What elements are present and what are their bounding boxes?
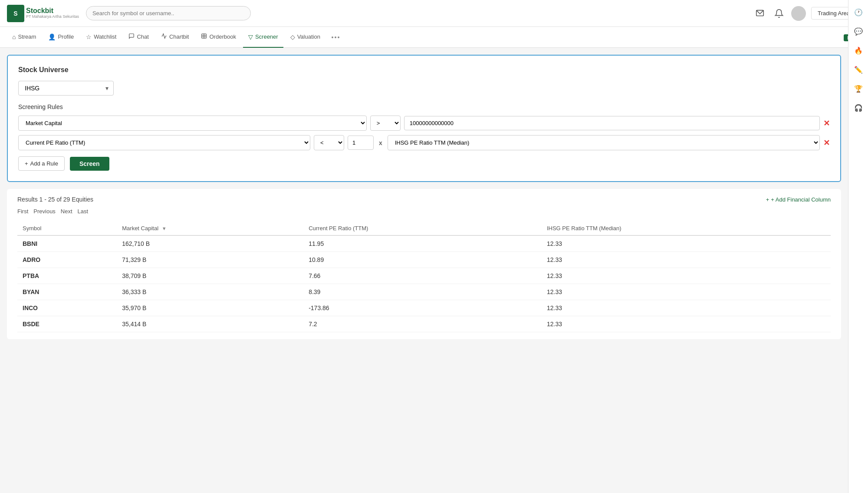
cell-symbol: BSDE <box>17 316 117 332</box>
rule1-operator-select[interactable]: > < = <box>370 116 401 131</box>
rule1-metric-select[interactable]: Market Capital Revenue Net Income <box>18 116 367 131</box>
cell-symbol: PTBA <box>17 268 117 284</box>
add-column-plus-icon: + <box>766 196 769 203</box>
nav-item-chat[interactable]: Chat <box>123 27 154 48</box>
logo: S Stockbit PT Mahakarya Artha Sekuritas <box>7 5 79 22</box>
rule-row-2: Current PE Ratio (TTM) Price to Book Div… <box>18 135 830 150</box>
cell-ihsg-pe: 12.33 <box>542 300 831 316</box>
trading-area-label: Trading Area <box>818 10 850 17</box>
panel-title: Stock Universe <box>18 66 830 74</box>
nav-item-profile[interactable]: 👤 Profile <box>43 27 79 48</box>
cell-pe-ratio: -173.86 <box>303 300 542 316</box>
sidebar-chat-icon[interactable]: 💬 <box>851 23 866 39</box>
nav-dot1 <box>332 36 333 38</box>
col-pe-ratio: Current PE Ratio (TTM) <box>303 222 542 235</box>
nav-valuation-label: Valuation <box>297 33 320 40</box>
nav-stream-label: Stream <box>18 33 36 40</box>
nav-more[interactable] <box>327 36 344 38</box>
nav-item-orderbook[interactable]: Orderbook <box>196 27 241 48</box>
screening-rules-label: Screening Rules <box>18 103 830 110</box>
rule2-reference-select[interactable]: IHSG PE Ratio TTM (Median) IHSG PE Ratio… <box>388 135 820 150</box>
valuation-icon: ◇ <box>290 33 295 40</box>
results-header: Results 1 - 25 of 29 Equities + + Add Fi… <box>17 196 831 203</box>
results-table: Symbol Market Capital ▼ Current PE Ratio… <box>17 222 831 332</box>
nav-item-stream[interactable]: ⌂ Stream <box>7 27 41 48</box>
cell-pe-ratio: 7.66 <box>303 268 542 284</box>
table-row: INCO 35,970 B -173.86 12.33 <box>17 300 831 316</box>
nav-chat-label: Chat <box>137 33 148 40</box>
results-count: Results 1 - 25 of 29 Equities <box>17 196 93 203</box>
pagination-first[interactable]: First <box>17 208 28 215</box>
nav-dot3 <box>338 36 339 38</box>
cell-pe-ratio: 11.95 <box>303 235 542 252</box>
header-right: Trading Area ▾ <box>753 6 861 21</box>
rule2-operator-select[interactable]: < > = <box>314 135 344 150</box>
cell-ihsg-pe: 12.33 <box>542 316 831 332</box>
pagination-previous[interactable]: Previous <box>33 208 56 215</box>
table-row: ADRO 71,329 B 10.89 12.33 <box>17 252 831 268</box>
nav-item-screener[interactable]: ▽ Screener <box>243 27 283 48</box>
add-rule-plus-icon: + <box>25 160 28 167</box>
orderbook-icon <box>201 33 207 40</box>
nav-item-valuation[interactable]: ◇ Valuation <box>285 27 326 48</box>
universe-select-wrapper[interactable]: IHSG LQ45 IDX30 Kompas100 <box>18 81 114 96</box>
rule1-remove-button[interactable]: ✕ <box>823 119 830 128</box>
sidebar-clock-icon[interactable]: 🕐 <box>851 4 866 20</box>
add-rule-button[interactable]: + Add a Rule <box>18 156 65 171</box>
cell-symbol: BYAN <box>17 284 117 300</box>
messages-icon[interactable] <box>753 7 767 20</box>
stream-icon: ⌂ <box>12 33 16 40</box>
add-column-label: + Add Financial Column <box>771 196 831 203</box>
watchlist-icon: ☆ <box>86 33 92 40</box>
rule2-multiplier-input[interactable] <box>348 136 374 150</box>
screener-icon: ▽ <box>248 33 253 40</box>
cell-market-cap: 36,333 B <box>117 284 303 300</box>
cell-market-cap: 71,329 B <box>117 252 303 268</box>
logo-icon: S <box>7 5 24 22</box>
notifications-icon[interactable] <box>772 7 786 20</box>
avatar[interactable] <box>791 6 806 21</box>
nav-profile-label: Profile <box>58 33 74 40</box>
pagination-next[interactable]: Next <box>61 208 72 215</box>
col-market-cap[interactable]: Market Capital ▼ <box>117 222 303 235</box>
multiplier-x-sign: x <box>377 139 384 146</box>
logo-text: Stockbit PT Mahakarya Artha Sekuritas <box>26 7 79 19</box>
actions-row: + Add a Rule Screen <box>18 156 830 171</box>
nav-watchlist-label: Watchlist <box>94 33 116 40</box>
add-column-button[interactable]: + + Add Financial Column <box>766 196 831 203</box>
nav-dot2 <box>335 36 336 38</box>
table-row: BSDE 35,414 B 7.2 12.33 <box>17 316 831 332</box>
rule2-remove-button[interactable]: ✕ <box>823 138 830 148</box>
screen-button[interactable]: Screen <box>70 157 109 171</box>
search-bar[interactable] <box>86 6 251 20</box>
add-rule-label: Add a Rule <box>30 160 58 167</box>
search-input[interactable] <box>86 6 251 20</box>
table-row: BYAN 36,333 B 8.39 12.33 <box>17 284 831 300</box>
cell-symbol: INCO <box>17 300 117 316</box>
app-name: Stockbit <box>26 7 79 14</box>
sidebar-flame-icon[interactable]: 🔥 <box>851 43 866 58</box>
cell-market-cap: 162,710 B <box>117 235 303 252</box>
pagination-last[interactable]: Last <box>78 208 89 215</box>
cell-ihsg-pe: 12.33 <box>542 284 831 300</box>
nav-item-watchlist[interactable]: ☆ Watchlist <box>81 27 122 48</box>
sidebar-headset-icon[interactable]: 🎧 <box>851 100 866 116</box>
cell-pe-ratio: 10.89 <box>303 252 542 268</box>
cell-ihsg-pe: 12.33 <box>542 235 831 252</box>
universe-select[interactable]: IHSG LQ45 IDX30 Kompas100 <box>18 81 114 96</box>
cell-market-cap: 35,414 B <box>117 316 303 332</box>
cell-ihsg-pe: 12.33 <box>542 252 831 268</box>
cell-market-cap: 35,970 B <box>117 300 303 316</box>
sidebar-pencil-icon[interactable]: ✏️ <box>851 62 866 77</box>
rule2-metric-select[interactable]: Current PE Ratio (TTM) Price to Book Div… <box>18 135 310 150</box>
pagination: First Previous Next Last <box>17 208 831 215</box>
chartbit-icon <box>161 33 167 40</box>
sidebar-trophy-icon[interactable]: 🏆 <box>851 81 866 96</box>
nav-item-chartbit[interactable]: Chartbit <box>156 27 194 48</box>
nav-bar: ⌂ Stream 👤 Profile ☆ Watchlist Chat Char… <box>0 27 868 48</box>
cell-ihsg-pe: 12.33 <box>542 268 831 284</box>
cell-pe-ratio: 7.2 <box>303 316 542 332</box>
rule1-value-input[interactable] <box>404 116 820 130</box>
main-content: Stock Universe IHSG LQ45 IDX30 Kompas100… <box>0 48 848 346</box>
cell-symbol: BBNI <box>17 235 117 252</box>
